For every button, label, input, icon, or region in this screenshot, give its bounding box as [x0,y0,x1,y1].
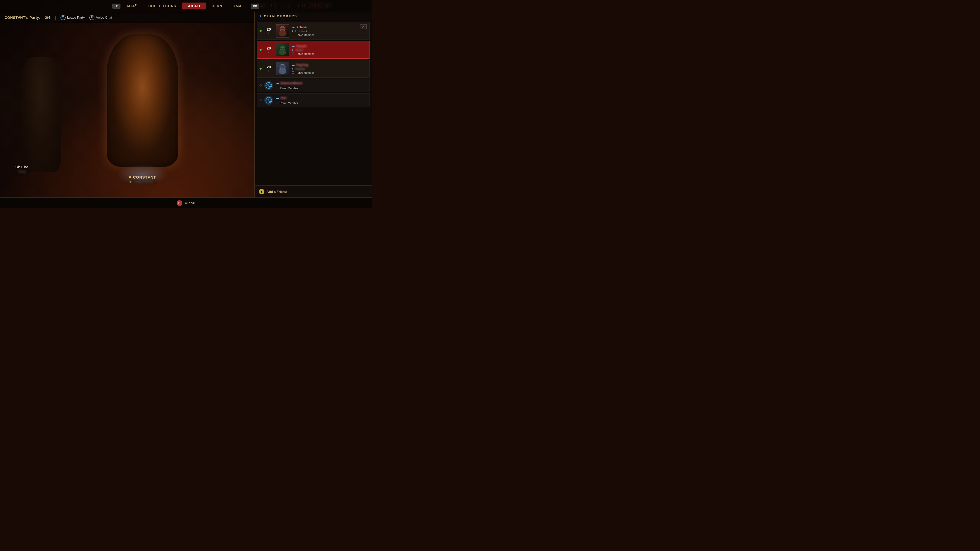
member-battletag-row: ⬇ LowTrack [292,30,357,33]
member-level: 20 [267,65,271,69]
rank-text: Rank: Member [280,87,298,90]
member-level-box: 20 ✦ [264,65,273,73]
rank-text: Rank: Member [296,71,314,74]
member-name-row: ☁ DaemonBlack [276,81,367,85]
crown-icon: ♛ [129,176,132,179]
battletag-icon: ⬇ [292,30,294,32]
nav-collections[interactable]: COLLECTIONS [144,3,181,10]
add-friend-button[interactable]: Y Add a Friend [259,189,286,194]
nav-social[interactable]: SOCIAL [182,3,206,10]
rank-text: Rank: Member [296,52,314,56]
rank-icon: ⓘ [276,86,278,90]
member-battletag: LowTrack [295,30,307,33]
main-character-label: ♛ CONSTVNT ⊞ CONSTVNT### [129,175,156,183]
platform-icon: ☁ [276,96,279,100]
rank-icon: ⓘ [292,71,294,75]
member-battletag: Shrike [295,48,303,52]
nav-map[interactable]: MAP◆ [123,3,143,10]
svg-point-10 [280,65,286,68]
xbox-icon: ⊞ [129,180,131,183]
clan-header-icon: ✦ [259,14,262,18]
member-name-row: ☁ Xan [276,96,367,100]
member-name-row: ☁ Arlene [292,25,357,29]
member-level-box [264,96,273,105]
member-name: Xan [280,96,286,100]
rb-button[interactable]: RB [251,3,259,9]
platform-icon: ☁ [292,44,295,48]
member-name-row: ☁ Parydi [292,44,367,48]
member-item[interactable]: 20 ✦ ☁ PopTop ⬇ PopTop [257,60,369,78]
member-name: PopTop [296,63,308,67]
party-divider: | [55,16,56,20]
member-item[interactable]: 20 ✝ ☁ Arlene ⬇ LowTrack [257,22,369,40]
r-button-icon: R [89,15,94,20]
b-button-icon: B [177,200,182,206]
platform-icon: ☁ [292,63,295,67]
class-icon: ✝ [268,32,270,35]
voice-chat-label: Voice Chat [96,16,112,19]
clan-members-title: CLAN MEMBERS [264,14,297,18]
member-name: Arlene [296,25,307,29]
member-battletag: PopTop [295,67,305,70]
side-character-name: Shrike [15,165,29,169]
member-item[interactable]: ☁ Xan ⓘ Rank: Member [257,94,369,107]
party-bar: CONSTVNT's Party: 2/4 | X Leave Party R … [0,12,254,23]
battletag-icon: ⬇ [292,67,294,70]
leave-party-action[interactable]: X Leave Party [60,15,85,20]
member-info: ☁ Arlene ⬇ LowTrack ⓘ Rank: Member [292,25,357,37]
nav-clan[interactable]: CLAN [207,3,227,10]
game-area: Shrike Parydi ♛ CONSTVNT ⊞ CONSTVNT### [0,0,285,197]
rank-text: Rank: Member [296,33,314,37]
online-indicator [259,68,262,70]
member-name: Parydi [296,44,307,48]
member-info: ☁ DaemonBlack ⓘ Rank: Member [276,81,367,90]
party-count: 2/4 [45,16,50,20]
member-avatar [276,43,289,56]
rank-icon: ⓘ [276,101,278,105]
member-level-box: 20 ✦ [264,46,273,54]
member-list: 20 ✝ ☁ Arlene ⬇ LowTrack [255,21,372,186]
member-item[interactable]: 20 ✦ ☁ Parydi ⬇ [257,41,369,59]
party-title: CONSTVNT's Party: [5,16,40,20]
voice-chat-action[interactable]: R Voice Chat [89,15,112,20]
add-friend-bar: Y Add a Friend [255,186,372,197]
member-avatar [276,24,289,38]
member-level-box: 20 ✝ [264,27,273,35]
online-indicator [259,49,262,51]
side-character-body [21,57,61,172]
y-button-icon: Y [259,189,264,194]
main-character [104,34,181,182]
rank-icon: ⓘ [292,33,294,37]
member-level-box [264,81,273,90]
member-action-button[interactable]: ⚔ [360,24,367,29]
platform-icon: ☁ [276,81,279,85]
bottom-bar: B Close [0,197,372,208]
main-character-body [107,34,178,167]
class-icon: ✦ [268,70,270,73]
svg-point-2 [280,29,282,30]
member-rank-row: ⓘ Rank: Member [292,52,367,56]
member-rank-row: ⓘ Rank: Member [292,71,367,75]
member-info: ☁ Parydi ⬇ Shrike ⓘ Rank: Member [292,44,367,56]
member-rank-row: ⓘ Rank: Member [292,33,357,37]
member-info: ☁ PopTop ⬇ PopTop ⓘ Rank: Member [292,63,367,75]
side-character-battletag: Parydi [16,170,27,173]
member-item[interactable]: ☁ DaemonBlack ⓘ Rank: Member [257,79,369,92]
rank-text: Rank: Member [280,102,298,105]
member-battletag-row: ⬇ Shrike [292,48,367,52]
platform-icon: ☁ [292,25,295,29]
svg-point-6 [280,48,282,49]
lb-button[interactable]: LB [112,3,121,9]
svg-point-5 [279,49,286,55]
svg-point-12 [283,67,285,68]
battletag-icon: ⬇ [292,48,294,51]
top-navigation: LB MAP◆ COLLECTIONS SOCIAL CLAN GAME RB [0,0,372,12]
main-character-battletag: CONSTVNT### [132,180,156,183]
x-button-icon: X [60,15,65,20]
member-rank-row: ⓘ Rank: Member [276,101,367,105]
member-rank-row: ⓘ Rank: Member [276,86,367,90]
member-battletag-row: ⬇ PopTop [292,67,367,70]
online-indicator [259,30,262,32]
member-name-row: ☁ PopTop [292,63,367,67]
nav-game[interactable]: GAME [228,3,248,10]
